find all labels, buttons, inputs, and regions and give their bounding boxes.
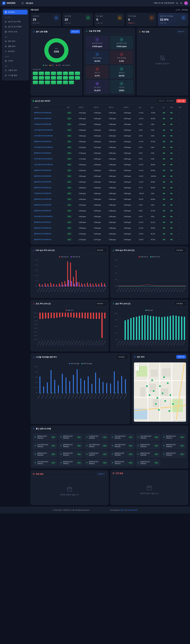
- nh3-average-select[interactable]: 전체 평균▾: [175, 248, 186, 252]
- breadcrumb-home[interactable]: 홈: [178, 9, 180, 11]
- h2s-average-select[interactable]: 전체 평균▾: [95, 248, 106, 252]
- device-link[interactable]: 경계석형처리장치(OA0117): [34, 158, 53, 160]
- device-map-marker[interactable]: [156, 397, 158, 399]
- comm-device-card[interactable]: 탈취형처리장치(OA0109)정상: [136, 451, 160, 458]
- sidebar-item-시스템 설정[interactable]: 시스템 설정: [3, 73, 28, 78]
- comm-device-card[interactable]: 탈취형처리장치(OA0104)정상: [162, 442, 186, 449]
- device-map-marker[interactable]: [155, 403, 157, 405]
- full-map-button[interactable]: 전체 지도: [176, 355, 186, 359]
- device-link[interactable]: 탈취형처리장치(OA0123): [34, 170, 51, 171]
- footer-org-link[interactable]: 금천구: [120, 509, 125, 511]
- temp-average-select[interactable]: 전체 평균▾: [95, 302, 106, 306]
- device-map-marker[interactable]: [162, 392, 164, 394]
- device-status-square[interactable]: [33, 72, 38, 75]
- comm-device-card[interactable]: 탈취형처리장치(OA0101)정상: [136, 459, 160, 466]
- device-link[interactable]: 탈취형처리장치(OA0101): [34, 239, 51, 240]
- device-status-square[interactable]: [75, 72, 80, 75]
- sidebar-item-실시간 모니터링[interactable]: 실시간 모니터링: [3, 19, 28, 24]
- device-status-square[interactable]: [57, 76, 62, 80]
- comm-device-card[interactable]: 탈취형처리장치(OA0113)정상: [84, 459, 109, 466]
- comm-device-card[interactable]: 타워형처리장치(OA0105)정상: [84, 434, 109, 441]
- notifications-bell-icon[interactable]: [180, 2, 182, 4]
- device-map-marker[interactable]: [146, 385, 148, 387]
- comm-device-card[interactable]: 탈취형처리장치(OA0123)정상: [136, 442, 160, 449]
- user-avatar[interactable]: [184, 1, 188, 5]
- device-status-square[interactable]: [57, 81, 62, 84]
- maintenance-view-all-button[interactable]: 전체 보기: [96, 472, 106, 476]
- comm-device-card[interactable]: 경계석형처리장치(OA0115)정상: [33, 442, 57, 449]
- device-map-marker[interactable]: [172, 403, 174, 405]
- sidebar-item-리포트[interactable]: 리포트: [3, 58, 28, 63]
- device-status-square[interactable]: [69, 76, 74, 80]
- device-map-marker[interactable]: [167, 382, 169, 384]
- sidebar-item-실시간 모니터링2[interactable]: 실시간 모니터링2: [3, 24, 28, 29]
- refresh-button[interactable]: 새로 고침: [176, 99, 186, 103]
- device-link[interactable]: 타워형처리장치(OA0107): [34, 192, 51, 194]
- device-map-marker[interactable]: [158, 409, 160, 411]
- stat-sub[interactable]: 바로가기 →: [128, 22, 136, 24]
- sidebar-item-대시보드[interactable]: 대시보드: [3, 10, 28, 14]
- device-link[interactable]: 경계석형처리장치(OA0119): [34, 129, 53, 131]
- comm-device-card[interactable]: 타워형처리장치(OA0107)정상: [84, 451, 109, 458]
- device-status-square[interactable]: [33, 81, 38, 84]
- comm-device-card[interactable]: 탈취형처리장치(OA0108)정상: [110, 451, 134, 458]
- device-link[interactable]: 탈취형처리장치(OA0109): [34, 204, 51, 206]
- device-status-square[interactable]: [39, 72, 44, 75]
- device-map-marker[interactable]: [151, 379, 153, 381]
- device-link[interactable]: 탈취형처리장치(OA0104): [34, 175, 51, 177]
- comm-device-card[interactable]: 경계석형처리장치(OA0111)정상: [33, 459, 57, 466]
- device-link[interactable]: 탈취형처리장치(OA0121): [34, 141, 51, 142]
- device-link[interactable]: 탈취형처리장치(OA0102): [34, 112, 51, 114]
- device-status-square[interactable]: [75, 76, 80, 80]
- device-status-square[interactable]: [57, 72, 62, 75]
- device-map[interactable]: + − Leaflet | © OpenStreetMap: [134, 362, 186, 422]
- device-status-square[interactable]: [63, 76, 68, 80]
- device-status-square[interactable]: [51, 81, 56, 84]
- device-status-square[interactable]: [39, 81, 44, 84]
- device-link[interactable]: 탈취형처리장치(OA0114): [34, 187, 51, 188]
- device-link[interactable]: 탈취형처리장치(OA0116): [34, 152, 51, 154]
- comm-device-card[interactable]: 탈취형처리장치(OA0102)정상: [33, 434, 57, 441]
- comm-device-card[interactable]: 경계석형처리장치(OA0117)정상: [84, 442, 109, 449]
- footer-company-link[interactable]: (주)오도스코트: [127, 509, 138, 511]
- device-link[interactable]: 경계석형처리장치(OA0118): [34, 164, 53, 165]
- comm-device-card[interactable]: 탈취형처리장치(OA0112)정상: [58, 459, 83, 466]
- hum-average-select[interactable]: 전체 평균▾: [175, 302, 186, 306]
- sidebar-item-데이터 조회[interactable]: 데이터 조회: [3, 29, 28, 34]
- device-status-square[interactable]: [51, 72, 56, 75]
- map-view-button[interactable]: 지도 보기: [70, 30, 80, 34]
- device-link[interactable]: 탈취형처리장치(OA0112): [34, 221, 51, 223]
- device-link[interactable]: 탈취형처리장치(OA0113): [34, 227, 51, 229]
- menu-icon[interactable]: [22, 2, 24, 4]
- device-status-square[interactable]: [33, 76, 38, 80]
- comm-device-card[interactable]: 탈취형처리장치(OA0110)정상: [162, 451, 186, 458]
- sidebar-item-사용자 관리[interactable]: 사용자 관리: [3, 68, 28, 73]
- device-status-square[interactable]: [39, 76, 44, 80]
- zoom-out-button[interactable]: −: [135, 367, 139, 371]
- device-link[interactable]: 경계석형처리장치(OA0111): [34, 216, 52, 217]
- device-status-square[interactable]: [45, 76, 50, 80]
- theme-toggle-icon[interactable]: [176, 2, 178, 4]
- efficiency-average-select[interactable]: 전체 평균▾: [116, 355, 128, 359]
- device-link[interactable]: 탈취형처리장치(OA0103): [34, 118, 51, 119]
- device-link[interactable]: 탈취형처리장치(OA0106): [34, 181, 51, 183]
- comm-device-card[interactable]: 탈취형처리장치(OA0122)정상: [110, 459, 134, 466]
- device-map-marker[interactable]: [149, 394, 150, 396]
- comm-device-card[interactable]: 탈취형처리장치(OA0103)정상: [58, 434, 83, 441]
- device-link[interactable]: 탈취형처리장치(OA0110): [34, 210, 51, 212]
- device-map-marker[interactable]: [168, 410, 170, 412]
- sidebar-item-유지보수[interactable]: 유지보수: [3, 49, 28, 54]
- device-status-square[interactable]: [45, 72, 50, 75]
- comm-device-card[interactable]: 경계석형처리장치(OA0119)정상: [110, 434, 134, 441]
- device-status-square[interactable]: [63, 81, 68, 84]
- device-map-marker[interactable]: [164, 400, 166, 402]
- device-link[interactable]: 타워형처리장치(OA0105): [34, 123, 51, 125]
- device-status-square[interactable]: [51, 76, 56, 80]
- device-status-square[interactable]: [69, 81, 74, 84]
- device-map-marker[interactable]: [163, 376, 165, 378]
- device-map-marker[interactable]: [153, 390, 154, 392]
- device-status-square[interactable]: [63, 72, 68, 75]
- sidebar-item-알림 관리[interactable]: 알림 관리: [3, 44, 28, 49]
- device-link[interactable]: 탈취형처리장치(OA0108): [34, 198, 51, 200]
- comm-device-card[interactable]: 경계석형처리장치(OA0118)정상: [110, 442, 134, 449]
